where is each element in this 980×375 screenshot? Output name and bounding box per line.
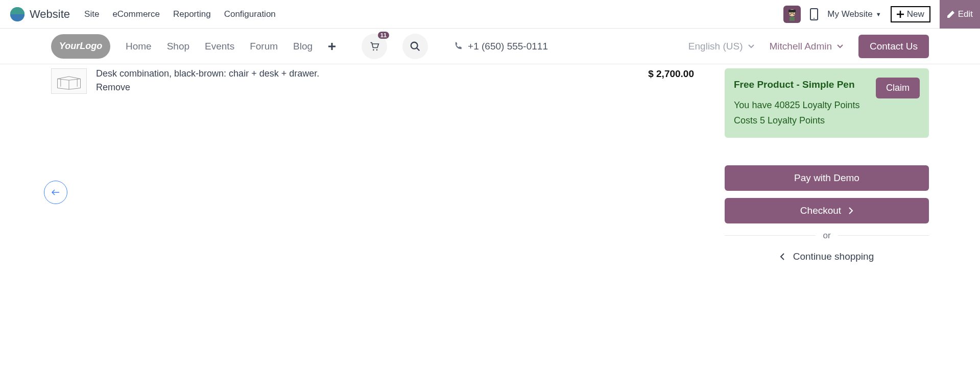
contact-us-button[interactable]: Contact Us: [858, 35, 929, 58]
phone-number: +1 (650) 555-0111: [468, 41, 548, 52]
language-selector[interactable]: English (US): [688, 41, 754, 52]
admin-nav: Site eCommerce Reporting Configuration: [84, 9, 276, 19]
nav-blog[interactable]: Blog: [293, 41, 313, 52]
nav-add-icon[interactable]: [328, 42, 336, 51]
or-divider: or: [725, 231, 929, 241]
admin-nav-site[interactable]: Site: [84, 9, 99, 19]
caret-down-icon: [748, 44, 754, 48]
promo-title: Free Product - Simple Pen: [734, 78, 869, 92]
promo-cost: Costs 5 Loyalty Points: [734, 113, 869, 129]
nav-forum[interactable]: Forum: [250, 41, 278, 52]
chevron-left-icon: [780, 253, 785, 261]
chevron-right-icon: [848, 207, 853, 215]
avatar-face-icon: [784, 7, 800, 22]
search-icon: [410, 41, 421, 52]
site-logo[interactable]: YourLogo: [51, 34, 110, 59]
brand-label: Website: [30, 8, 70, 21]
or-label: or: [823, 231, 830, 241]
phone-icon: [453, 42, 463, 51]
language-label: English (US): [688, 41, 743, 52]
pencil-icon: [947, 10, 955, 18]
product-price: $ 2,700.00: [648, 68, 725, 80]
continue-label: Continue shopping: [793, 251, 874, 262]
avatar[interactable]: [783, 6, 801, 23]
arrow-left-icon: [52, 189, 60, 195]
main-content: Desk combination, black-brown: chair + d…: [0, 64, 980, 262]
svg-point-9: [376, 49, 378, 51]
search-button[interactable]: [402, 34, 428, 59]
svg-point-10: [411, 42, 418, 48]
cart-button[interactable]: 11: [362, 34, 387, 59]
caret-down-icon: ▼: [876, 11, 881, 17]
contact-us-label: Contact Us: [870, 41, 918, 52]
checkout-sidebar: Free Product - Simple Pen You have 40825…: [725, 64, 929, 262]
brand-icon: [10, 7, 25, 21]
mobile-preview-icon[interactable]: [810, 8, 818, 20]
admin-nav-configuration[interactable]: Configuration: [224, 9, 276, 19]
product-thumbnail: [51, 68, 87, 94]
product-description: Desk combination, black-brown: chair + d…: [96, 68, 639, 79]
admin-nav-ecommerce[interactable]: eCommerce: [112, 9, 160, 19]
loyalty-promo: Free Product - Simple Pen You have 40825…: [725, 68, 929, 138]
new-button[interactable]: New: [891, 6, 930, 22]
brand[interactable]: Website: [10, 7, 70, 21]
cart-item-row: Desk combination, black-brown: chair + d…: [51, 68, 725, 94]
promo-points: You have 40825 Loyalty Points: [734, 97, 869, 113]
cart-icon: [369, 41, 379, 52]
pay-demo-label: Pay with Demo: [794, 172, 859, 184]
phone-contact: +1 (650) 555-0111: [453, 41, 548, 52]
user-name: Mitchell Admin: [770, 41, 832, 52]
cart-badge: 11: [378, 32, 389, 39]
nav-events[interactable]: Events: [205, 41, 234, 52]
desk-icon: [55, 72, 83, 90]
nav-shop[interactable]: Shop: [167, 41, 189, 52]
new-button-label: New: [907, 9, 924, 19]
website-selector[interactable]: My Website ▼: [827, 9, 881, 19]
caret-down-icon: [837, 44, 843, 48]
back-button[interactable]: [44, 181, 67, 204]
pay-demo-button[interactable]: Pay with Demo: [725, 165, 929, 191]
edit-button-label: Edit: [958, 9, 973, 19]
continue-shopping-link[interactable]: Continue shopping: [725, 251, 929, 262]
edit-button[interactable]: Edit: [940, 0, 980, 29]
svg-point-8: [373, 49, 374, 51]
checkout-label: Checkout: [800, 205, 841, 216]
admin-nav-reporting[interactable]: Reporting: [173, 9, 211, 19]
website-selector-label: My Website: [827, 9, 873, 19]
logo-text: YourLogo: [59, 41, 102, 52]
remove-link[interactable]: Remove: [96, 82, 639, 93]
admin-bar: Website Site eCommerce Reporting Configu…: [0, 0, 980, 29]
cart-items: Desk combination, black-brown: chair + d…: [51, 64, 725, 262]
checkout-button[interactable]: Checkout: [725, 198, 929, 223]
site-header: YourLogo Home Shop Events Forum Blog 11 …: [0, 29, 980, 64]
site-nav: Home Shop Events Forum Blog: [126, 41, 336, 52]
plus-icon: [897, 11, 904, 18]
user-menu[interactable]: Mitchell Admin: [770, 41, 844, 52]
svg-point-7: [814, 18, 815, 19]
svg-rect-5: [790, 17, 795, 21]
claim-button[interactable]: Claim: [876, 78, 920, 98]
claim-label: Claim: [886, 83, 910, 93]
nav-home[interactable]: Home: [126, 41, 152, 52]
